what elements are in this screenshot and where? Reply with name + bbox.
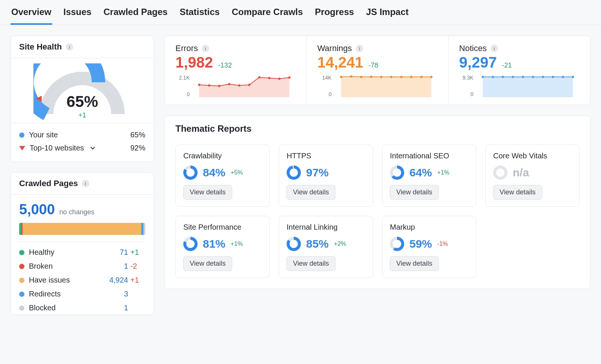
stat-warnings[interactable]: Warningsi14,241-7814K0 (307, 36, 448, 105)
donut-icon (390, 237, 404, 251)
tab-overview[interactable]: Overview (11, 7, 52, 25)
bar-segment-redirects (141, 223, 144, 235)
svg-point-30 (572, 76, 574, 78)
axis-top: 9.3K (459, 75, 473, 81)
issue-stats-card: Errorsi1,982-1322.1K0Warningsi14,241-781… (165, 36, 590, 105)
svg-point-20 (430, 76, 432, 78)
crawled-row-label: Redirects (29, 290, 60, 298)
svg-point-9 (278, 78, 281, 80)
svg-point-4 (228, 83, 230, 85)
svg-point-11 (340, 76, 342, 78)
thematic-card-percent: 84% (203, 166, 225, 179)
crawled-row-healthy[interactable]: Healthy71+1 (19, 248, 145, 257)
svg-point-10 (288, 77, 290, 79)
crawled-row-label: Broken (29, 262, 53, 271)
info-icon[interactable]: i (82, 180, 89, 187)
crawled-row-blocked[interactable]: Blocked1 (19, 304, 145, 312)
svg-point-18 (410, 76, 412, 78)
thematic-card-delta: +1% (437, 169, 449, 176)
svg-point-25 (522, 76, 524, 78)
view-details-button[interactable]: View details (287, 256, 335, 271)
svg-point-5 (238, 84, 240, 87)
crawled-total[interactable]: 5,000 (19, 202, 55, 218)
crawled-row-broken[interactable]: Broken1-2 (19, 262, 145, 271)
crawled-row-label: Have issues (29, 276, 70, 284)
svg-point-7 (258, 76, 260, 78)
crawled-row-delta: +1 (128, 248, 145, 257)
tab-js-impact[interactable]: JS Impact (365, 7, 409, 25)
tab-issues[interactable]: Issues (63, 7, 92, 25)
view-details-button[interactable]: View details (287, 185, 335, 200)
stat-value: 1,982 (175, 54, 213, 71)
thematic-card-https: HTTPS97%View details (279, 144, 373, 207)
sparkline (476, 75, 580, 97)
thematic-card-international-seo: International SEO64%+1%View details (382, 144, 476, 207)
thematic-card-core-web-vitals: Core Web Vitalsn/aView details (485, 144, 580, 207)
thematic-card-name: Crawlability (183, 152, 262, 160)
axis-top: 14K (317, 75, 332, 81)
thematic-card-percent: 81% (203, 238, 225, 250)
svg-point-17 (400, 76, 402, 78)
tab-statistics[interactable]: Statistics (179, 7, 220, 25)
donut-icon (183, 165, 198, 180)
site-health-card: Site Health i 65% +1 (11, 36, 154, 162)
view-details-button[interactable]: View details (493, 185, 542, 200)
donut-icon (287, 165, 301, 180)
view-details-button[interactable]: View details (390, 185, 439, 200)
thematic-card-percent: 64% (409, 166, 432, 179)
svg-point-21 (482, 76, 484, 78)
site-health-title: Site Health (19, 42, 62, 52)
crawled-row-label: Healthy (29, 248, 54, 257)
dot-icon (19, 292, 24, 297)
dot-icon (19, 132, 24, 138)
stat-label: Warnings (317, 44, 352, 53)
benchmark-marker-icon (35, 96, 133, 153)
tab-compare-crawls[interactable]: Compare Crawls (231, 7, 304, 25)
svg-point-19 (420, 76, 422, 78)
crawled-row-value: 3 (102, 290, 128, 298)
info-icon[interactable]: i (491, 45, 498, 52)
svg-point-23 (502, 76, 504, 78)
crawled-row-value: 71 (102, 248, 128, 257)
crawled-row-have_issues[interactable]: Have issues4,924+1 (19, 276, 145, 284)
view-details-button[interactable]: View details (390, 256, 439, 271)
crawled-row-delta: -2 (128, 262, 145, 271)
stat-delta: -78 (368, 62, 378, 69)
svg-point-26 (532, 76, 534, 78)
svg-point-14 (370, 75, 372, 78)
donut-icon (390, 165, 404, 180)
stat-errors[interactable]: Errorsi1,982-1322.1K0 (165, 36, 307, 105)
thematic-card-name: Core Web Vitals (493, 152, 572, 160)
svg-point-8 (268, 77, 270, 79)
thematic-card-name: Internal Linking (287, 223, 365, 232)
crawled-row-delta: +1 (128, 276, 145, 284)
thematic-card-markup: Markup59%-1%View details (382, 216, 476, 278)
thematic-card-percent: 59% (409, 238, 432, 250)
thematic-card-percent: 85% (306, 238, 329, 250)
view-details-button[interactable]: View details (183, 185, 232, 200)
stat-label: Notices (459, 44, 486, 53)
stat-notices[interactable]: Noticesi9,297-219.3K0 (448, 36, 590, 105)
thematic-card-delta: +5% (231, 169, 243, 176)
thematic-card-name: Site Performance (183, 223, 262, 232)
view-details-button[interactable]: View details (183, 256, 232, 271)
info-icon[interactable]: i (202, 45, 209, 52)
thematic-card-delta: +2% (334, 241, 346, 247)
thematic-card-internal-linking: Internal Linking85%+2%View details (279, 216, 373, 278)
dot-icon (19, 250, 24, 255)
svg-point-16 (390, 76, 392, 78)
sparkline (335, 75, 438, 97)
svg-point-29 (562, 76, 564, 78)
tabs: OverviewIssuesCrawled PagesStatisticsCom… (0, 0, 601, 25)
sparkline (193, 75, 296, 97)
info-icon[interactable]: i (66, 43, 73, 51)
dot-icon (19, 305, 24, 311)
triangle-down-icon (19, 146, 25, 150)
info-icon[interactable]: i (356, 45, 363, 52)
crawled-row-value: 1 (102, 304, 128, 312)
crawled-row-redirects[interactable]: Redirects3 (19, 290, 145, 298)
tab-progress[interactable]: Progress (314, 7, 355, 25)
thematic-reports-card: Thematic Reports Crawlability84%+5%View … (165, 116, 590, 289)
crawled-row-label: Blocked (29, 304, 56, 312)
tab-crawled-pages[interactable]: Crawled Pages (103, 7, 168, 25)
